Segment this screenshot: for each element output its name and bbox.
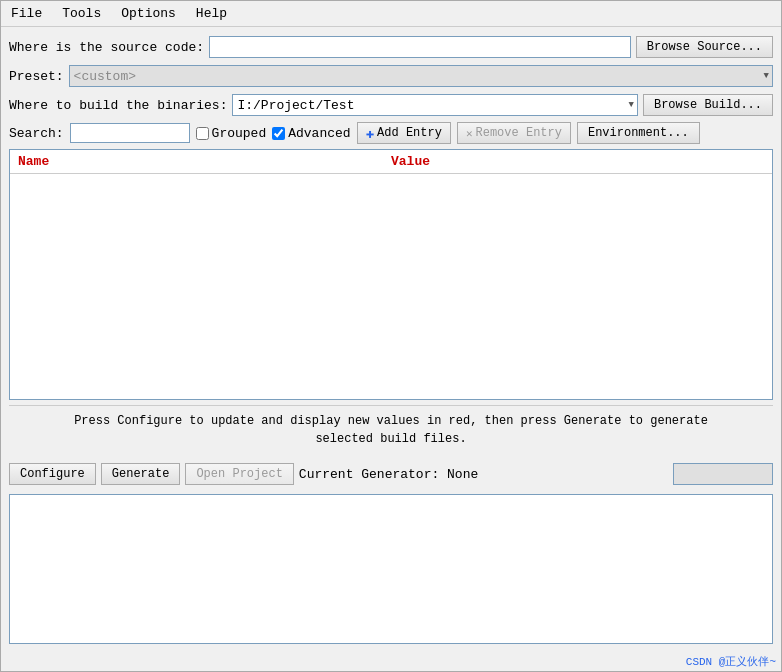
binaries-label: Where to build the binaries: (9, 98, 227, 113)
browse-build-button[interactable]: Browse Build... (643, 94, 773, 116)
advanced-label: Advanced (288, 126, 350, 141)
open-project-button[interactable]: Open Project (185, 463, 293, 485)
add-entry-label: Add Entry (377, 126, 442, 140)
table-value-header: Value (391, 154, 764, 169)
current-generator-label: Current Generator: None (299, 467, 668, 482)
add-entry-button[interactable]: ✚ Add Entry (357, 122, 451, 144)
menu-help[interactable]: Help (191, 4, 232, 23)
menu-tools[interactable]: Tools (57, 4, 106, 23)
info-line2: selected build files. (15, 430, 767, 448)
grouped-checkbox-label[interactable]: Grouped (196, 126, 267, 141)
preset-row: Preset: <custom> (9, 64, 773, 88)
browse-source-button[interactable]: Browse Source... (636, 36, 773, 58)
menu-file[interactable]: File (6, 4, 47, 23)
main-window: File Tools Options Help Where is the sou… (0, 0, 782, 672)
source-row: Where is the source code: Browse Source.… (9, 35, 773, 59)
generate-button[interactable]: Generate (101, 463, 181, 485)
configure-button[interactable]: Configure (9, 463, 96, 485)
search-label: Search: (9, 126, 64, 141)
generator-input[interactable] (673, 463, 773, 485)
grouped-checkbox[interactable] (196, 127, 209, 140)
binaries-row: Where to build the binaries: I:/Project/… (9, 93, 773, 117)
search-input[interactable] (70, 123, 190, 143)
advanced-checkbox[interactable] (272, 127, 285, 140)
info-text: Press Configure to update and display ne… (9, 405, 773, 454)
table-name-header: Name (18, 154, 391, 169)
remove-entry-label: Remove Entry (476, 126, 562, 140)
main-content: Where is the source code: Browse Source.… (1, 27, 781, 652)
add-icon: ✚ (366, 125, 374, 142)
info-line1: Press Configure to update and display ne… (15, 412, 767, 430)
remove-entry-button[interactable]: ✕ Remove Entry (457, 122, 571, 144)
table-header: Name Value (10, 150, 772, 174)
binaries-select[interactable]: I:/Project/Test (232, 94, 638, 116)
search-row: Search: Grouped Advanced ✚ Add Entry ✕ R… (9, 122, 773, 144)
source-input[interactable] (209, 36, 631, 58)
bottom-controls: Configure Generate Open Project Current … (9, 459, 773, 489)
grouped-label: Grouped (212, 126, 267, 141)
table-area: Name Value (9, 149, 773, 400)
menubar: File Tools Options Help (1, 1, 781, 27)
environment-button[interactable]: Environment... (577, 122, 700, 144)
remove-icon: ✕ (466, 127, 473, 140)
output-area (9, 494, 773, 644)
preset-select-wrapper: <custom> (69, 65, 773, 87)
watermark: CSDN @正义伙伴~ (1, 652, 781, 671)
source-label: Where is the source code: (9, 40, 204, 55)
preset-select[interactable]: <custom> (69, 65, 773, 87)
advanced-checkbox-label[interactable]: Advanced (272, 126, 350, 141)
menu-options[interactable]: Options (116, 4, 181, 23)
binaries-select-wrapper: I:/Project/Test (232, 94, 638, 116)
table-body (10, 174, 772, 399)
preset-label: Preset: (9, 69, 64, 84)
